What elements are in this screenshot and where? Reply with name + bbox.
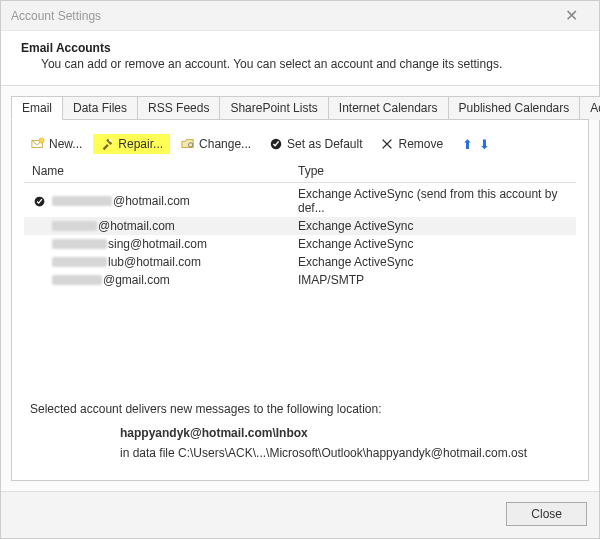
tab-published-calendars[interactable]: Published Calendars [448,96,581,120]
account-type: Exchange ActiveSync [298,219,576,233]
tab-email[interactable]: Email [11,96,63,120]
set-default-button[interactable]: Set as Default [262,134,369,154]
column-name[interactable]: Name [28,164,298,178]
delivery-path: in data file C:\Users\ACK\...\Microsoft\… [120,446,570,460]
folder-gear-icon [181,137,195,151]
account-row[interactable]: sing@hotmail.com Exchange ActiveSync [24,235,576,253]
content-area: Email Data Files RSS Feeds SharePoint Li… [1,85,599,491]
remove-x-icon [380,137,394,151]
column-type[interactable]: Type [298,164,576,178]
set-default-label: Set as Default [287,137,362,151]
mail-new-icon [31,137,45,151]
account-name: @hotmail.com [113,194,190,208]
change-button[interactable]: Change... [174,134,258,154]
svg-point-2 [110,139,113,142]
account-type: Exchange ActiveSync [298,237,576,251]
account-name: sing@hotmail.com [108,237,207,251]
account-row[interactable]: lub@hotmail.com Exchange ActiveSync [24,253,576,271]
account-row[interactable]: @hotmail.com Exchange ActiveSync [24,217,576,235]
account-name: @hotmail.com [98,219,175,233]
svg-point-1 [39,138,44,143]
delivery-label: Selected account delivers new messages t… [30,402,570,416]
delivery-location: happyandyk@hotmail.com\Inbox [120,426,570,440]
account-name: @gmail.com [103,273,170,287]
change-label: Change... [199,137,251,151]
check-circle-icon [269,137,283,151]
account-row[interactable]: @hotmail.com Exchange ActiveSync (send f… [24,185,576,217]
tab-address-books[interactable]: Address Books [579,96,600,120]
header-section: Email Accounts You can add or remove an … [1,31,599,85]
toolbar: New... Repair... Change... [24,130,576,160]
tools-icon [100,137,114,151]
move-down-icon[interactable]: ⬇ [479,137,490,152]
close-button[interactable]: Close [506,502,587,526]
tab-panel-email: New... Repair... Change... [11,119,589,481]
remove-button[interactable]: Remove [373,134,450,154]
account-settings-dialog: Account Settings ✕ Email Accounts You ca… [0,0,600,539]
dialog-footer: Close [1,491,599,538]
tab-sharepoint-lists[interactable]: SharePoint Lists [219,96,328,120]
new-button[interactable]: New... [24,134,89,154]
account-type: IMAP/SMTP [298,273,576,287]
close-icon[interactable]: ✕ [551,6,591,25]
tab-rss-feeds[interactable]: RSS Feeds [137,96,220,120]
tab-strip: Email Data Files RSS Feeds SharePoint Li… [11,96,589,120]
page-heading: Email Accounts [21,41,579,55]
delivery-section: Selected account delivers new messages t… [24,384,576,460]
list-header: Name Type [24,160,576,183]
titlebar: Account Settings ✕ [1,1,599,31]
window-title: Account Settings [11,9,551,23]
new-label: New... [49,137,82,151]
account-list: @hotmail.com Exchange ActiveSync (send f… [24,183,576,289]
account-name: lub@hotmail.com [108,255,201,269]
account-type: Exchange ActiveSync [298,255,576,269]
remove-label: Remove [398,137,443,151]
move-up-icon[interactable]: ⬆ [462,137,473,152]
page-subheading: You can add or remove an account. You ca… [21,55,579,71]
tab-data-files[interactable]: Data Files [62,96,138,120]
repair-label: Repair... [118,137,163,151]
repair-button[interactable]: Repair... [93,134,170,154]
default-check-icon [32,194,46,208]
account-type: Exchange ActiveSync (send from this acco… [298,187,576,215]
tab-internet-calendars[interactable]: Internet Calendars [328,96,449,120]
account-row[interactable]: @gmail.com IMAP/SMTP [24,271,576,289]
